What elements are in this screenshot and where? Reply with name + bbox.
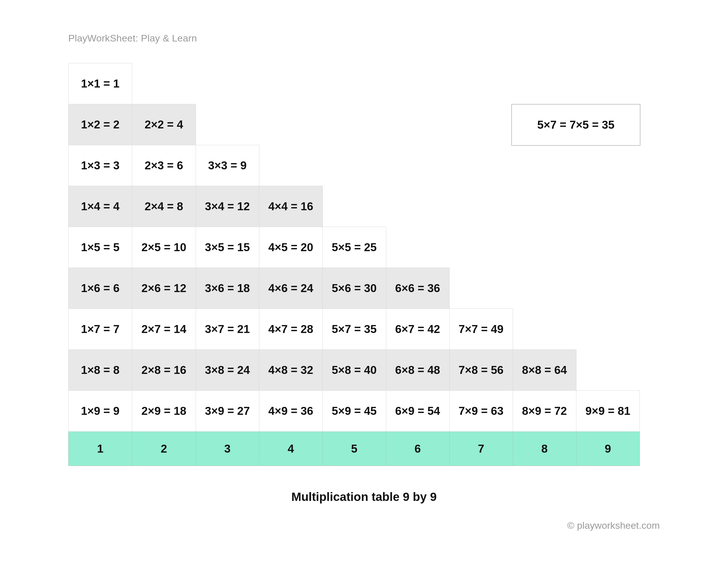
table-cell: 1×2 = 2 <box>69 104 132 145</box>
table-row: 1×9 = 9 2×9 = 18 3×9 = 27 4×9 = 36 5×9 =… <box>69 391 640 432</box>
table-cell: 8×9 = 72 <box>513 391 576 432</box>
brand-header: PlayWorkSheet: Play & Learn <box>68 33 197 44</box>
table-row: 1×4 = 4 2×4 = 8 3×4 = 12 4×4 = 16 <box>69 186 640 227</box>
table-cell: 6×9 = 54 <box>386 391 449 432</box>
table-cell: 3×5 = 15 <box>196 227 259 268</box>
table-cell: 5×8 = 40 <box>322 350 386 391</box>
table-cell: 3×6 = 18 <box>196 268 259 309</box>
table-cell: 4×9 = 36 <box>259 391 322 432</box>
table-row: 1×5 = 5 2×5 = 10 3×5 = 15 4×5 = 20 5×5 =… <box>69 227 640 268</box>
table-cell: 2×3 = 6 <box>132 145 196 186</box>
table-cell: 4×5 = 20 <box>259 227 322 268</box>
table-caption: Multiplication table 9 by 9 <box>0 490 728 504</box>
table-cell: 4×4 = 16 <box>259 186 322 227</box>
table-cell: 3×7 = 21 <box>196 309 259 350</box>
table-cell: 1×1 = 1 <box>69 63 132 104</box>
table-cell: 3×3 = 9 <box>196 145 259 186</box>
table-cell: 1×9 = 9 <box>69 391 132 432</box>
column-number: 9 <box>576 432 640 466</box>
table-cell: 2×5 = 10 <box>132 227 196 268</box>
table-cell: 4×7 = 28 <box>259 309 322 350</box>
table-cell: 5×5 = 25 <box>322 227 386 268</box>
column-number: 4 <box>259 432 322 466</box>
table-cell: 5×6 = 30 <box>322 268 386 309</box>
worksheet-page: PlayWorkSheet: Play & Learn 1×1 = 1 1×2 … <box>0 0 728 562</box>
column-number: 6 <box>386 432 449 466</box>
table-cell: 7×8 = 56 <box>449 350 513 391</box>
column-number: 7 <box>449 432 513 466</box>
table-cell: 1×7 = 7 <box>69 309 132 350</box>
table-cell: 2×2 = 4 <box>132 104 196 145</box>
table-cell: 1×5 = 5 <box>69 227 132 268</box>
table-cell: 6×7 = 42 <box>386 309 449 350</box>
column-number: 1 <box>69 432 132 466</box>
table-cell: 2×7 = 14 <box>132 309 196 350</box>
table-cell: 1×8 = 8 <box>69 350 132 391</box>
copyright-text: © playworksheet.com <box>567 520 660 531</box>
table-cell: 1×3 = 3 <box>69 145 132 186</box>
table-cell: 1×4 = 4 <box>69 186 132 227</box>
table-row: 1×6 = 6 2×6 = 12 3×6 = 18 4×6 = 24 5×6 =… <box>69 268 640 309</box>
table-cell: 9×9 = 81 <box>576 391 640 432</box>
table-cell: 3×9 = 27 <box>196 391 259 432</box>
column-number: 5 <box>322 432 386 466</box>
column-number: 3 <box>196 432 259 466</box>
table-cell: 5×9 = 45 <box>322 391 386 432</box>
table-cell: 7×7 = 49 <box>449 309 513 350</box>
table-cell: 3×8 = 24 <box>196 350 259 391</box>
table-row: 1×1 = 1 <box>69 63 640 104</box>
table-row: 1×7 = 7 2×7 = 14 3×7 = 21 4×7 = 28 5×7 =… <box>69 309 640 350</box>
table-cell: 5×7 = 35 <box>322 309 386 350</box>
commutative-example-callout: 5×7 = 7×5 = 35 <box>511 104 640 146</box>
column-number: 2 <box>132 432 196 466</box>
table-row: 1×3 = 3 2×3 = 6 3×3 = 9 <box>69 145 640 186</box>
table-cell: 7×9 = 63 <box>449 391 513 432</box>
table-footer-row: 1 2 3 4 5 6 7 8 9 <box>69 432 640 466</box>
table-cell: 2×6 = 12 <box>132 268 196 309</box>
table-cell: 3×4 = 12 <box>196 186 259 227</box>
table-cell: 8×8 = 64 <box>513 350 576 391</box>
table-cell: 4×6 = 24 <box>259 268 322 309</box>
table-row: 1×8 = 8 2×8 = 16 3×8 = 24 4×8 = 32 5×8 =… <box>69 350 640 391</box>
table-cell: 6×8 = 48 <box>386 350 449 391</box>
table-cell: 1×6 = 6 <box>69 268 132 309</box>
table-cell: 2×4 = 8 <box>132 186 196 227</box>
table-cell: 4×8 = 32 <box>259 350 322 391</box>
table-cell: 2×9 = 18 <box>132 391 196 432</box>
column-number: 8 <box>513 432 576 466</box>
table-cell: 6×6 = 36 <box>386 268 449 309</box>
table-cell: 2×8 = 16 <box>132 350 196 391</box>
